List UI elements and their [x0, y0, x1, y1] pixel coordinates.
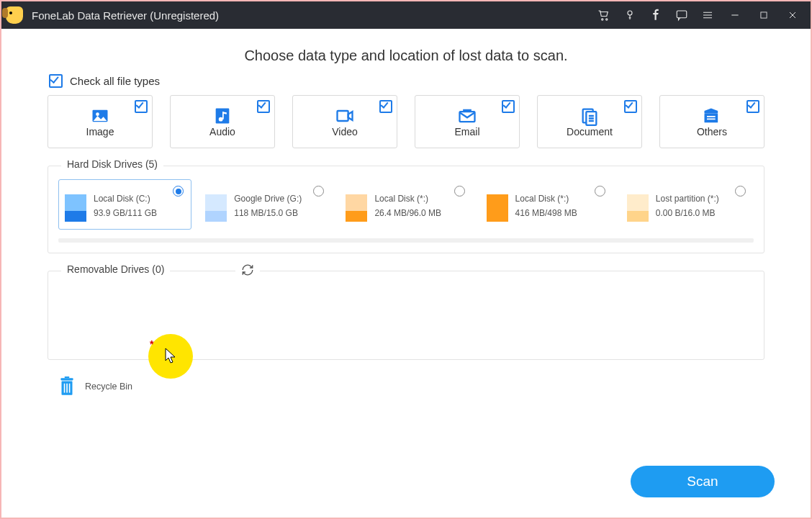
removable-legend: Removable Drives (0): [61, 263, 170, 275]
hdd-drive-list: Local Disk (C:)93.9 GB/111 GBGoogle Driv…: [58, 179, 754, 230]
filetype-checkbox[interactable]: [502, 100, 515, 113]
app-logo: [1, 2, 27, 28]
drive-icon: [346, 194, 367, 222]
others-icon: [702, 106, 722, 123]
drive-name: Lost partition (*:): [656, 194, 719, 203]
trash-icon: [58, 376, 76, 397]
svg-point-8: [219, 117, 223, 122]
minimize-button[interactable]: [727, 7, 743, 23]
filetype-label: Document: [567, 126, 613, 137]
audio-icon: [212, 106, 233, 123]
filetype-checkbox[interactable]: [746, 100, 759, 113]
recycle-radio[interactable]: [171, 358, 182, 369]
drive-icon: [627, 194, 649, 222]
filetype-checkbox[interactable]: [379, 100, 392, 113]
drive-info: Lost partition (*:)0.00 B/16.0 MB: [656, 194, 719, 222]
drive-radio[interactable]: [595, 186, 605, 197]
drive-info: Google Drive (G:)118 MB/15.0 GB: [234, 194, 302, 222]
svg-rect-14: [705, 114, 718, 123]
svg-rect-19: [65, 376, 69, 378]
drive-name: Local Disk (*:): [515, 194, 577, 203]
document-icon: [579, 106, 600, 123]
drive-option[interactable]: Lost partition (*:)0.00 B/16.0 MB: [621, 179, 754, 230]
check-all-checkbox[interactable]: [49, 74, 63, 88]
drive-size: 26.4 MB/96.0 MB: [374, 209, 441, 217]
drive-info: Local Disk (C:)93.9 GB/111 GB: [94, 194, 157, 222]
drive-icon: [205, 194, 227, 222]
drive-icon: [487, 194, 508, 222]
check-all-label: Check all file types: [70, 75, 160, 87]
hdd-group: Hard Disk Drives (5) Local Disk (C:)93.9…: [48, 166, 764, 253]
check-all-row[interactable]: Check all file types: [49, 74, 805, 88]
refresh-removable-button[interactable]: [235, 263, 260, 279]
drive-info: Local Disk (*:)26.4 MB/96.0 MB: [374, 194, 441, 222]
drive-info: Local Disk (*:)416 MB/498 MB: [515, 194, 577, 222]
app-title: FoneLab Data Retriever (Unregistered): [32, 9, 219, 22]
drive-name: Local Disk (C:): [94, 194, 157, 203]
titlebar: FoneLab Data Retriever (Unregistered): [1, 1, 811, 29]
drive-radio[interactable]: [735, 186, 746, 197]
filetype-tile-email[interactable]: Email: [415, 95, 520, 148]
svg-rect-15: [707, 116, 716, 117]
drive-radio[interactable]: [454, 186, 465, 197]
filetype-tile-document[interactable]: Document: [537, 95, 642, 148]
drive-size: 118 MB/15.0 GB: [234, 209, 302, 217]
svg-rect-20: [64, 384, 66, 393]
menu-icon[interactable]: [701, 9, 714, 22]
svg-rect-16: [707, 119, 716, 120]
cart-icon[interactable]: [597, 9, 610, 22]
drive-name: Local Disk (*:): [374, 194, 441, 203]
scan-button[interactable]: Scan: [631, 466, 775, 497]
titlebar-icons: [597, 7, 811, 23]
drive-option[interactable]: Google Drive (G:)118 MB/15.0 GB: [199, 179, 332, 230]
svg-point-2: [628, 11, 632, 15]
drive-size: 93.9 GB/111 GB: [94, 209, 157, 217]
filetype-checkbox[interactable]: [624, 100, 637, 113]
facebook-icon[interactable]: [649, 9, 662, 22]
svg-rect-21: [66, 384, 68, 393]
content-area: Choose data type and location of lost da…: [7, 29, 805, 512]
maximize-button[interactable]: [756, 7, 772, 23]
drive-radio[interactable]: [173, 186, 184, 197]
key-icon[interactable]: [623, 9, 636, 22]
hdd-legend: Hard Disk Drives (5): [61, 158, 163, 170]
image-icon: [90, 106, 110, 123]
drive-name: Google Drive (G:): [234, 194, 302, 203]
recycle-label: Recycle Bin: [85, 382, 132, 392]
drive-icon: [65, 194, 86, 222]
svg-point-0: [602, 19, 603, 20]
page-title: Choose data type and location of lost da…: [7, 48, 805, 64]
email-icon: [457, 106, 477, 123]
filetype-checkbox[interactable]: [135, 100, 148, 113]
video-icon: [335, 106, 355, 123]
drive-radio[interactable]: [313, 186, 324, 197]
filetype-label: Image: [86, 126, 114, 137]
close-button[interactable]: [785, 7, 800, 23]
filetype-tile-video[interactable]: Video: [292, 95, 397, 148]
app-window: FoneLab Data Retriever (Unregistered) Ch…: [0, 0, 812, 519]
svg-point-1: [606, 19, 608, 20]
drive-size: 416 MB/498 MB: [515, 209, 577, 217]
filetype-label: Audio: [209, 126, 235, 137]
svg-rect-4: [761, 12, 767, 18]
svg-rect-10: [338, 111, 348, 121]
filetype-label: Email: [454, 126, 479, 137]
filetype-label: Video: [332, 126, 358, 137]
recycle-bin-option[interactable]: Recycle Bin: [58, 376, 805, 397]
drive-option[interactable]: Local Disk (*:)416 MB/498 MB: [480, 179, 613, 230]
hdd-scrollbar[interactable]: [58, 238, 754, 243]
drive-option[interactable]: Local Disk (*:)26.4 MB/96.0 MB: [339, 179, 472, 230]
filetype-tile-others[interactable]: Others: [659, 95, 764, 148]
removable-group: Removable Drives (0): [48, 271, 764, 360]
filetype-tiles: ImageAudioVideoEmailDocumentOthers: [7, 95, 805, 148]
filetype-tile-image[interactable]: Image: [48, 95, 153, 148]
feedback-icon[interactable]: [675, 9, 688, 22]
drive-size: 0.00 B/16.0 MB: [656, 209, 719, 217]
filetype-tile-audio[interactable]: Audio: [170, 95, 275, 148]
svg-rect-18: [60, 378, 73, 380]
filetype-checkbox[interactable]: [257, 100, 270, 113]
drive-option[interactable]: Local Disk (C:)93.9 GB/111 GB: [58, 179, 191, 230]
svg-rect-22: [69, 384, 71, 393]
svg-point-6: [96, 112, 99, 116]
filetype-label: Others: [697, 126, 727, 137]
